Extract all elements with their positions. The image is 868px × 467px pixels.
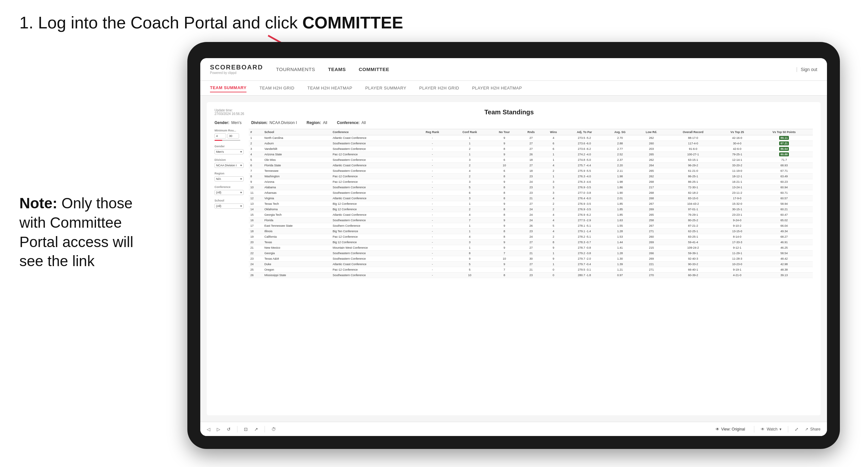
conference-cell: Pac-12 Conference: [331, 267, 414, 273]
sub-nav-team-h2h-grid[interactable]: TEAM H2H GRID: [259, 84, 294, 92]
rnds-cell: 23: [520, 174, 543, 179]
sub-nav-team-h2h-heatmap[interactable]: TEAM H2H HEATMAP: [307, 84, 352, 92]
sub-nav-player-h2h-heatmap[interactable]: PLAYER H2H HEATMAP: [472, 84, 522, 92]
toolbar-sep4: [788, 426, 788, 432]
vs25-cell: 18-12-1: [719, 174, 755, 179]
reg-rank-cell: -: [414, 245, 451, 251]
min-rounds-max-input[interactable]: 30: [227, 133, 239, 138]
adj-par-cell: 276.9 -3.5: [564, 207, 604, 212]
toolbar-share-small-icon[interactable]: ↗: [254, 427, 258, 432]
adj-par-cell: 273.6 -6.2: [564, 146, 604, 152]
school-cell: East Tennessee State: [262, 223, 331, 229]
table-row: 14 Oklahoma Big 12 Conference - 2 8 24 2…: [249, 207, 813, 212]
points-cell: 60.94: [755, 185, 813, 190]
vs25-cell: 9-12-1: [719, 245, 755, 251]
conference-filter-label: Conference:: [337, 121, 360, 125]
instruction-highlight: COMMITTEE: [302, 13, 403, 32]
low-rd-cell: 215: [636, 245, 668, 251]
conference-cell: Big 12 Conference: [331, 240, 414, 245]
reg-rank-cell: -: [414, 201, 451, 207]
toolbar-back-icon[interactable]: ◁: [207, 427, 210, 432]
region-group-label: Region: [215, 172, 244, 175]
points-cell: 49.34: [755, 229, 813, 234]
rnds-cell: 24: [520, 179, 543, 185]
wins-cell: 6: [542, 141, 564, 146]
conf-rank-cell: 2: [450, 174, 489, 179]
region-select[interactable]: N/A ▾: [215, 176, 244, 182]
conference-cell: Southeastern Conference: [331, 168, 414, 174]
toolbar-forward-icon[interactable]: ▷: [217, 427, 220, 432]
reg-rank-cell: -: [414, 240, 451, 245]
nav-tournaments[interactable]: TOURNAMENTS: [276, 65, 315, 74]
toolbar-copy-icon[interactable]: ⊡: [244, 427, 248, 432]
adj-par-cell: 273.6 -6.0: [564, 141, 604, 146]
low-rd-cell: 265: [636, 152, 668, 157]
nav-teams[interactable]: TEAMS: [328, 65, 346, 74]
toolbar-expand-icon[interactable]: ⤢: [795, 427, 799, 432]
nav-committee[interactable]: COMMITTEE: [359, 65, 390, 74]
no-tour-cell: 8: [489, 234, 520, 240]
conference-cell: Pac-12 Conference: [331, 174, 414, 179]
no-tour-cell: 8: [489, 207, 520, 212]
sub-nav-player-h2h-grid[interactable]: PLAYER H2H GRID: [419, 84, 459, 92]
table-row: 19 California Pac-12 Conference - 4 8 24…: [249, 234, 813, 240]
low-rd-cell: 270: [636, 273, 668, 278]
conference-cell: Big 12 Conference: [331, 201, 414, 207]
vs25-cell: 33-20-2: [719, 163, 755, 168]
sub-nav-player-summary[interactable]: PLAYER SUMMARY: [365, 84, 406, 92]
avg-sg-cell: 1.98: [604, 179, 636, 185]
adj-par-cell: 278.3 -0.7: [564, 240, 604, 245]
sign-out-button[interactable]: Sign out: [801, 67, 817, 72]
points-cell: 60.71: [755, 190, 813, 196]
rank-cell: 2: [249, 141, 262, 146]
wins-cell: 5: [542, 223, 564, 229]
logo-main: SCOREBOARD: [210, 64, 263, 70]
conf-rank-cell: 1: [450, 141, 489, 146]
avg-sg-cell: 1.85: [604, 207, 636, 212]
wins-cell: 4: [542, 218, 564, 223]
school-cell: Georgia Tech: [262, 212, 331, 218]
toolbar-sep1: [237, 426, 238, 432]
min-rounds-slider[interactable]: [215, 140, 240, 141]
division-group-label: Division: [215, 158, 244, 161]
col-conf-rank: Conf Rank: [450, 129, 489, 135]
no-tour-cell: 8: [489, 212, 520, 218]
rank-cell: 23: [249, 256, 262, 261]
school-cell: Oregon: [262, 267, 331, 273]
reg-rank-cell: -: [414, 163, 451, 168]
toolbar-sep2: [265, 426, 265, 432]
toolbar-bottom: ◁ ▷ ↺ ⊡ ↗ ⏱ 👁 View: Original 👁 Watch ▾ ⤢…: [200, 422, 827, 436]
vs25-cell: 11-28-3: [719, 256, 755, 261]
overall-cell: 104-43-2: [667, 201, 719, 207]
watch-button[interactable]: 👁 Watch ▾: [761, 427, 781, 432]
view-original-button[interactable]: 👁 View: Original: [713, 426, 748, 433]
points-cell: 66.04: [755, 223, 813, 229]
conference-cell: Southeastern Conference: [331, 190, 414, 196]
toolbar-clock-icon[interactable]: ⏱: [271, 427, 276, 432]
conference-cell: Mountain West Conference: [331, 245, 414, 251]
avg-sg-cell: 2.52: [604, 152, 636, 157]
gender-select[interactable]: Men's ▾: [215, 149, 244, 154]
watch-label: Watch: [767, 427, 778, 432]
wins-cell: 1: [542, 157, 564, 163]
school-select[interactable]: (All) ▾: [215, 204, 244, 209]
low-rd-cell: 221: [636, 261, 668, 267]
low-rd-cell: 269: [636, 256, 668, 261]
toolbar-refresh-icon[interactable]: ↺: [227, 427, 231, 432]
no-tour-cell: 9: [489, 179, 520, 185]
table-row: 6 Florida State Atlantic Coast Conferenc…: [249, 163, 813, 168]
school-cell: Virginia: [262, 196, 331, 201]
share-button[interactable]: ↗ Share: [805, 427, 820, 432]
min-rounds-min-input[interactable]: 4: [215, 133, 226, 138]
overall-cell: 117-4-0: [667, 141, 719, 146]
conference-select[interactable]: (All) ▾: [215, 190, 244, 195]
rank-cell: 21: [249, 245, 262, 251]
overall-cell: 97-01-1: [667, 207, 719, 212]
wins-cell: 2: [542, 201, 564, 207]
sub-nav-team-summary[interactable]: TEAM SUMMARY: [210, 84, 246, 92]
col-rank: #: [249, 129, 262, 135]
no-tour-cell: 8: [489, 146, 520, 152]
division-select[interactable]: NCAA Division I ▾: [215, 163, 244, 168]
reg-rank-cell: -: [414, 190, 451, 196]
vs25-cell: 11-29-1: [719, 251, 755, 256]
